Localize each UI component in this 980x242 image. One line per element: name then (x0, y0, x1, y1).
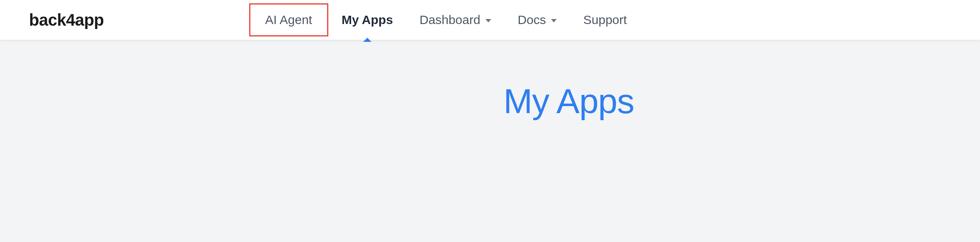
nav-dashboard[interactable]: Dashboard (406, 6, 505, 34)
chevron-down-icon (551, 19, 557, 22)
main-content: My Apps (0, 40, 980, 121)
nav-ai-agent[interactable]: AI Agent (249, 3, 328, 36)
logo[interactable]: back4app (29, 11, 104, 29)
nav-docs[interactable]: Docs (505, 6, 570, 34)
nav-ai-agent-label: AI Agent (265, 13, 312, 27)
nav-my-apps-label: My Apps (342, 13, 393, 27)
chevron-down-icon (485, 19, 491, 22)
nav-support[interactable]: Support (570, 6, 640, 34)
nav-bar: AI Agent My Apps Dashboard Docs Support (249, 3, 640, 36)
header: back4app AI Agent My Apps Dashboard Docs… (0, 0, 980, 40)
nav-docs-label: Docs (518, 13, 546, 27)
nav-dashboard-label: Dashboard (420, 13, 480, 27)
nav-support-label: Support (583, 13, 627, 27)
page-title: My Apps (503, 81, 634, 121)
nav-my-apps[interactable]: My Apps (328, 6, 406, 34)
